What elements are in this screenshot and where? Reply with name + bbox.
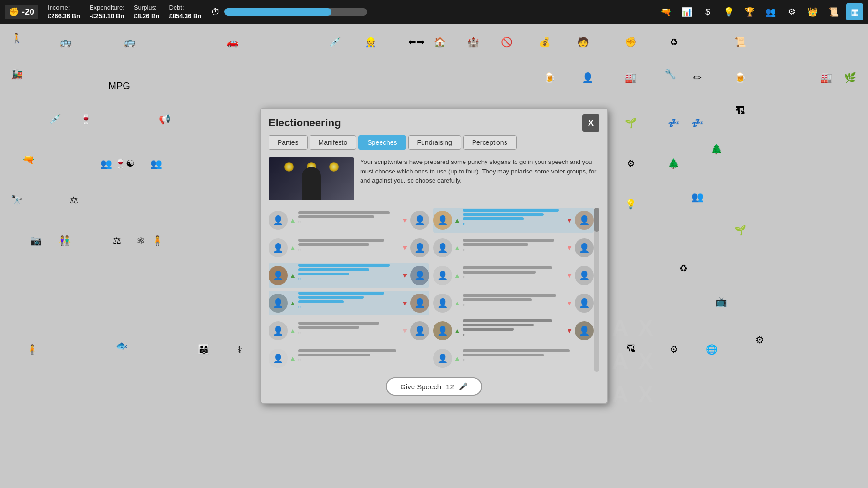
crown-icon-btn[interactable]: 👑 <box>804 3 821 20</box>
avatar-1l-right: 👤 <box>410 211 429 230</box>
down-arrow-3l: ▼ <box>402 272 408 279</box>
give-speech-button[interactable]: Give Speech 12 🎤 <box>386 377 482 396</box>
logo: ✊ -20 <box>5 5 38 19</box>
avatar-2l: 👤 <box>269 238 288 257</box>
tab-perceptions[interactable]: Perceptions <box>463 135 517 150</box>
up-arrow-2r: ▲ <box>454 244 461 252</box>
income-value: £266.36 Bn <box>48 12 80 20</box>
speech-row-2-left[interactable]: 👤 ▲ " ▼ 👤 <box>269 235 429 260</box>
avatar-4r-right: 👤 <box>575 294 594 313</box>
debt-label: Debt: <box>169 3 201 12</box>
up-arrow-4r: ▲ <box>454 299 461 307</box>
give-speech-bar: Give Speech 12 🎤 <box>269 377 599 396</box>
expenditure-value: -£258.10 Bn <box>90 12 124 20</box>
close-button[interactable]: X <box>582 114 599 132</box>
speech-row-1-right[interactable]: 👤 ▲ " ▼ 👤 <box>433 208 594 233</box>
avatar-3r: 👤 <box>433 266 452 285</box>
avatar-3r-right: 👤 <box>575 266 594 285</box>
speech-description: Your scriptwriters have prepared some pu… <box>360 157 599 200</box>
text-1l: " <box>298 211 400 230</box>
surplus-label: Surplus: <box>134 3 159 12</box>
fist-icon: ✊ <box>9 7 19 17</box>
avatar-6l: 👤 <box>269 349 288 368</box>
text-4r: " <box>463 294 564 313</box>
text-5r: " <box>463 319 564 342</box>
speech-row-3-left[interactable]: 👤 ▲ " ▼ 👤 <box>269 263 429 288</box>
up-arrow-3r: ▲ <box>454 272 461 279</box>
trophy-icon-btn[interactable]: 🏆 <box>741 3 758 20</box>
progress-bar-container <box>224 8 367 16</box>
down-arrow-4r: ▼ <box>566 299 573 307</box>
expenditure-label: Expenditure: <box>90 3 124 12</box>
tabs-container: Parties Manifesto Speeches Fundraising P… <box>261 135 607 153</box>
avatar-4r: 👤 <box>433 294 452 313</box>
surplus-stat: Surplus: £8.26 Bn <box>134 3 159 20</box>
people-icon-btn[interactable]: 👥 <box>762 3 779 20</box>
avatar-5r: 👤 <box>433 321 452 340</box>
avatar-1r-right: 👤 <box>575 211 594 230</box>
scroll-icon-btn[interactable]: 📜 <box>825 3 842 20</box>
give-speech-label: Give Speech <box>400 383 441 391</box>
score-value: -20 <box>22 7 34 17</box>
light-3 <box>329 162 339 172</box>
modal-overlay: Electioneering X Parties Manifesto Speec… <box>0 24 868 488</box>
avatar-3l-right: 👤 <box>410 266 429 285</box>
down-arrow-1r: ▼ <box>566 216 573 224</box>
speech-row-5-right[interactable]: 👤 ▲ " ▼ 👤 <box>433 318 594 343</box>
top-bar-right-icons: 🔫 📊 $ 💡 🏆 👥 ⚙ 👑 📜 ▦ <box>657 3 863 20</box>
avatar-5l: 👤 <box>269 321 288 340</box>
gun-icon-btn[interactable]: 🔫 <box>657 3 674 20</box>
tab-parties[interactable]: Parties <box>269 135 308 150</box>
scrollbar-thumb[interactable] <box>594 208 599 232</box>
speech-row-4-right[interactable]: 👤 ▲ " ▼ 👤 <box>433 291 594 315</box>
avatar-2r-right: 👤 <box>575 238 594 257</box>
avatar-2l-right: 👤 <box>410 238 429 257</box>
avatar-4l: 👤 <box>269 294 288 313</box>
text-1r: " <box>463 209 564 232</box>
debt-stat: Debt: £854.36 Bn <box>169 3 201 20</box>
speech-row-4-left[interactable]: 👤 ▲ " ▼ 👤 <box>269 291 429 315</box>
avatar-2r: 👤 <box>433 238 452 257</box>
speaker-figure <box>302 167 321 200</box>
down-arrow-1l: ▼ <box>402 216 408 224</box>
gear-icon-btn[interactable]: ⚙ <box>783 3 800 20</box>
dollar-icon-btn[interactable]: $ <box>699 3 716 20</box>
down-arrow-2r: ▼ <box>566 244 573 252</box>
expenditure-stat: Expenditure: -£258.10 Bn <box>90 3 124 20</box>
text-6r: " <box>463 349 594 368</box>
light-1 <box>284 162 294 172</box>
speech-row-1-left[interactable]: 👤 ▲ " ▼ 👤 <box>269 208 429 233</box>
down-arrow-5l: ▼ <box>402 327 408 335</box>
modal-title-bar: Electioneering X <box>261 109 607 135</box>
tab-fundraising[interactable]: Fundraising <box>408 135 461 150</box>
modal-content: Your scriptwriters have prepared some pu… <box>261 153 607 403</box>
income-label: Income: <box>48 3 80 12</box>
tab-speeches[interactable]: Speeches <box>358 135 406 150</box>
speech-row-5-left[interactable]: 👤 ▲ " ▼ 👤 <box>269 318 429 343</box>
text-6l: " <box>298 349 429 368</box>
avatar-5l-right: 👤 <box>410 321 429 340</box>
progress-bar-fill <box>224 8 331 16</box>
speech-row-6-right[interactable]: 👤 ▲ " <box>433 346 594 371</box>
up-arrow-2l: ▲ <box>289 244 296 252</box>
chart-icon-btn[interactable]: 📊 <box>678 3 695 20</box>
speech-row-2-right[interactable]: 👤 ▲ " ▼ 👤 <box>433 235 594 260</box>
grid-icon-btn[interactable]: ▦ <box>846 3 863 20</box>
down-arrow-5r: ▼ <box>566 327 573 335</box>
speeches-scrollbar[interactable] <box>594 208 599 372</box>
up-arrow-1l: ▲ <box>289 216 296 224</box>
avatar-3l: 👤 <box>269 266 288 285</box>
speech-row-6-left[interactable]: 👤 ▲ " <box>269 346 429 371</box>
bulb-icon-btn[interactable]: 💡 <box>720 3 737 20</box>
speech-row-3-right[interactable]: 👤 ▲ " ▼ 👤 <box>433 263 594 288</box>
mic-icon: 🎤 <box>459 382 468 391</box>
avatar-1r: 👤 <box>433 211 452 230</box>
up-arrow-1r: ▲ <box>454 216 461 224</box>
avatar-6r: 👤 <box>433 349 452 368</box>
income-stat: Income: £266.36 Bn <box>48 3 80 20</box>
give-speech-count: 12 <box>446 383 454 391</box>
tab-manifesto[interactable]: Manifesto <box>310 135 357 150</box>
text-3l: " <box>298 264 400 287</box>
text-5l: " <box>298 322 400 340</box>
speech-image <box>269 157 354 200</box>
